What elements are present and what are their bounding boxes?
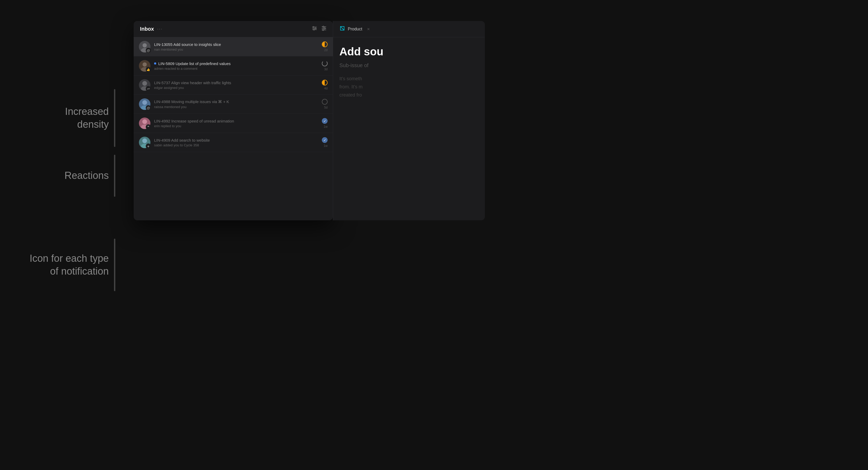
svg-point-3: [313, 27, 314, 28]
notification-list: @ LIN-13055 Add source to insights slice…: [134, 37, 333, 220]
status-circle-empty-icon: [322, 99, 328, 105]
notification-meta: ✓ 1w: [322, 118, 328, 128]
notification-content: LIN-4988 Moving multiple issues via ⌘ + …: [154, 99, 318, 109]
notification-time: 3d: [324, 67, 328, 71]
annotation-reactions-text: Reactions: [64, 169, 109, 182]
inbox-header: Inbox ···: [134, 21, 333, 37]
product-icon: [339, 25, 345, 32]
notification-time: 5d: [324, 106, 328, 109]
notification-content: LIN-4992 Increase speed of unread animat…: [154, 119, 318, 128]
avatar-badge: ⇌: [146, 86, 151, 91]
notification-item[interactable]: ❝ LIN-4992 Increase speed of unread anim…: [134, 114, 333, 133]
svg-point-22: [142, 100, 147, 105]
notification-item[interactable]: ⇌ LIN-5737 Align view header with traffi…: [134, 76, 333, 95]
svg-point-5: [313, 29, 314, 30]
app-window: Inbox ···: [134, 21, 333, 220]
notification-title: LIN-5809 Update list of predefined value…: [154, 61, 318, 66]
avatar-badge: ❝: [146, 124, 151, 129]
notification-content: LIN-13055 Add source to insights slice n…: [154, 42, 318, 51]
annotation-increased-density-text: Increaseddensity: [65, 105, 109, 131]
issue-title-large: Add sou: [339, 45, 478, 58]
annotation-icon-type-text: Icon for each typeof notification: [30, 252, 109, 278]
status-check-icon: ✓: [322, 137, 328, 143]
notification-subtitle: adrien reacted to a comment: [154, 67, 318, 70]
svg-point-25: [142, 119, 147, 124]
notification-time: 1w: [324, 125, 328, 128]
status-check-icon: ✓: [322, 118, 328, 124]
notification-time: 4d: [324, 87, 328, 90]
notification-content: LIN-5737 Align view header with traffic …: [154, 81, 318, 90]
notification-meta: 2d: [322, 41, 328, 52]
annotation-reactions: Reactions: [64, 155, 115, 197]
right-panel: Product ✕ Add sou Sub-issue of It's some…: [333, 21, 485, 220]
notification-subtitle: edgar assigned you: [154, 86, 318, 90]
avatar-badge: 👍: [146, 67, 151, 72]
notification-meta: 4d: [322, 80, 328, 90]
svg-point-11: [322, 29, 324, 31]
settings-icon[interactable]: [321, 26, 327, 32]
notification-title: LIN-4992 Increase speed of unread animat…: [154, 119, 318, 123]
svg-point-13: [143, 43, 147, 48]
annotation-bar-reactions: [114, 155, 115, 197]
status-spinner-icon: [322, 61, 328, 66]
right-panel-header: Product ✕: [333, 21, 485, 37]
avatar-container: ❝: [139, 117, 150, 129]
status-half-circle-icon: [322, 80, 328, 86]
notification-time: 1w: [324, 144, 328, 148]
annotation-bar-icon-type: [114, 239, 115, 291]
filter-icon[interactable]: [312, 26, 317, 32]
notification-title: LIN-4909 Add search to website: [154, 138, 318, 142]
notification-item[interactable]: 👍 LIN-5809 Update list of predefined val…: [134, 56, 333, 76]
inbox-more-button[interactable]: ···: [157, 26, 162, 32]
annotation-increased-density: Increaseddensity: [65, 89, 115, 147]
avatar-container: @: [139, 41, 150, 53]
sub-issue-label: Sub-issue of: [339, 62, 478, 68]
inbox-title: Inbox: [140, 26, 154, 32]
notification-meta: ✓ 1w: [322, 137, 328, 148]
avatar-badge: +: [146, 144, 151, 149]
notification-title: LIN-13055 Add source to insights slice: [154, 42, 318, 47]
right-panel-content: Add sou Sub-issue of It's someth from. I…: [333, 37, 485, 107]
status-half-circle-icon: [322, 41, 328, 47]
notification-content: LIN-4909 Add search to website sabin add…: [154, 138, 318, 147]
product-label: Product: [348, 27, 362, 31]
notification-subtitle: sabin added you to Cycle 358: [154, 143, 318, 147]
avatar-badge: @: [146, 48, 151, 53]
svg-point-16: [143, 62, 147, 67]
notification-title: LIN-4988 Moving multiple issues via ⌘ + …: [154, 99, 318, 104]
svg-point-4: [315, 28, 316, 29]
annotation-area: Increaseddensity Reactions Icon for each…: [0, 0, 126, 470]
notification-content: LIN-5809 Update list of predefined value…: [154, 61, 318, 70]
notification-item[interactable]: @ LIN-4988 Moving multiple issues via ⌘ …: [134, 95, 333, 114]
notification-subtitle: nan mentioned you: [154, 48, 318, 51]
unread-dot: [154, 62, 156, 64]
svg-point-19: [142, 81, 147, 86]
svg-point-10: [324, 28, 326, 29]
notification-subtitle: raissa mentioned you: [154, 105, 318, 109]
avatar-container: @: [139, 98, 150, 110]
notification-subtitle: erin replied to you: [154, 124, 318, 128]
svg-point-28: [142, 139, 147, 143]
notification-time: 2d: [324, 48, 328, 52]
notification-title: LIN-5737 Align view header with traffic …: [154, 81, 318, 85]
annotation-icon-type: Icon for each typeof notification: [30, 239, 115, 291]
annotation-bar-density: [114, 89, 115, 147]
notification-meta: 5d: [322, 99, 328, 109]
avatar-container: 👍: [139, 60, 150, 71]
avatar-container: +: [139, 137, 150, 148]
issue-description: It's someth from. It's m created fro: [339, 75, 478, 99]
svg-point-9: [323, 26, 324, 28]
avatar-container: ⇌: [139, 79, 150, 91]
notification-item[interactable]: @ LIN-13055 Add source to insights slice…: [134, 37, 333, 56]
avatar-badge: @: [146, 105, 151, 110]
notification-item[interactable]: + LIN-4909 Add search to website sabin a…: [134, 133, 333, 152]
notification-meta: 3d: [322, 61, 328, 71]
